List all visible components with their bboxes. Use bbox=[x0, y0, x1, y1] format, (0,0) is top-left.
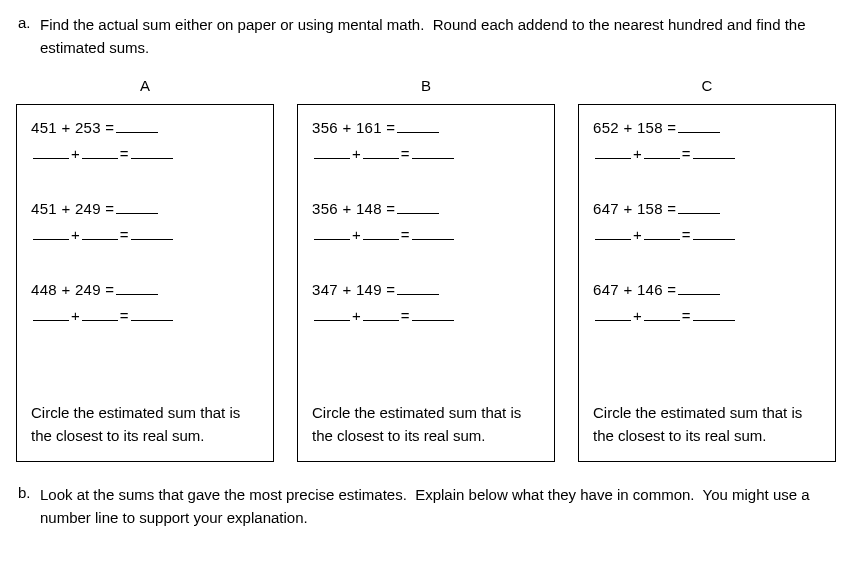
blank-answer[interactable] bbox=[116, 200, 158, 214]
problem-b2-estimate: + = bbox=[312, 226, 540, 243]
blank-est-sum[interactable] bbox=[693, 145, 735, 159]
problem-c3-expr: 647 + 146 = bbox=[593, 281, 676, 298]
problem-c1-estimate: + = bbox=[593, 145, 821, 162]
question-b-text: Look at the sums that gave the most prec… bbox=[40, 484, 836, 529]
equals-sign: = bbox=[120, 307, 129, 324]
problem-c3-actual: 647 + 146 = bbox=[593, 281, 821, 303]
problem-a2: 451 + 249 = + = bbox=[31, 200, 259, 243]
blank-answer[interactable] bbox=[397, 119, 439, 133]
problem-b2-actual: 356 + 148 = bbox=[312, 200, 540, 222]
problem-b1-actual: 356 + 161 = bbox=[312, 119, 540, 141]
blank-addend1[interactable] bbox=[314, 226, 350, 240]
problem-b3-estimate: + = bbox=[312, 307, 540, 324]
column-a-instruction: Circle the estimated sum that is the clo… bbox=[31, 401, 259, 448]
problem-a2-expr: 451 + 249 = bbox=[31, 200, 114, 217]
question-b: b. Look at the sums that gave the most p… bbox=[14, 484, 836, 529]
columns-container: A 451 + 253 = + = 451 + 249 = bbox=[14, 77, 836, 462]
blank-est-sum[interactable] bbox=[693, 226, 735, 240]
problem-b1-expr: 356 + 161 = bbox=[312, 119, 395, 136]
problem-a3-expr: 448 + 249 = bbox=[31, 281, 114, 298]
problem-c2-actual: 647 + 158 = bbox=[593, 200, 821, 222]
blank-addend1[interactable] bbox=[595, 226, 631, 240]
blank-addend1[interactable] bbox=[595, 145, 631, 159]
column-b-box: 356 + 161 = + = 356 + 148 = bbox=[297, 104, 555, 462]
equals-sign: = bbox=[682, 226, 691, 243]
blank-addend1[interactable] bbox=[33, 145, 69, 159]
plus-sign: + bbox=[71, 226, 80, 243]
problem-b3-actual: 347 + 149 = bbox=[312, 281, 540, 303]
blank-est-sum[interactable] bbox=[131, 145, 173, 159]
plus-sign: + bbox=[352, 226, 361, 243]
plus-sign: + bbox=[352, 307, 361, 324]
blank-answer[interactable] bbox=[116, 119, 158, 133]
problem-a3: 448 + 249 = + = bbox=[31, 281, 259, 324]
blank-addend2[interactable] bbox=[82, 145, 118, 159]
blank-est-sum[interactable] bbox=[131, 307, 173, 321]
problem-a3-estimate: + = bbox=[31, 307, 259, 324]
problem-b3-expr: 347 + 149 = bbox=[312, 281, 395, 298]
column-b-instruction: Circle the estimated sum that is the clo… bbox=[312, 401, 540, 448]
plus-sign: + bbox=[633, 145, 642, 162]
plus-sign: + bbox=[633, 307, 642, 324]
plus-sign: + bbox=[71, 145, 80, 162]
question-b-letter: b. bbox=[14, 484, 40, 501]
column-a-label: A bbox=[16, 77, 274, 94]
blank-answer[interactable] bbox=[678, 119, 720, 133]
column-c-box: 652 + 158 = + = 647 + 158 = bbox=[578, 104, 836, 462]
blank-est-sum[interactable] bbox=[693, 307, 735, 321]
blank-addend1[interactable] bbox=[314, 307, 350, 321]
problem-c1-actual: 652 + 158 = bbox=[593, 119, 821, 141]
blank-answer[interactable] bbox=[397, 200, 439, 214]
blank-addend2[interactable] bbox=[363, 226, 399, 240]
column-b-label: B bbox=[297, 77, 555, 94]
blank-addend2[interactable] bbox=[644, 226, 680, 240]
equals-sign: = bbox=[682, 307, 691, 324]
problem-a2-estimate: + = bbox=[31, 226, 259, 243]
problem-b1: 356 + 161 = + = bbox=[312, 119, 540, 162]
equals-sign: = bbox=[682, 145, 691, 162]
blank-answer[interactable] bbox=[116, 281, 158, 295]
problem-c2: 647 + 158 = + = bbox=[593, 200, 821, 243]
blank-est-sum[interactable] bbox=[131, 226, 173, 240]
problem-c2-expr: 647 + 158 = bbox=[593, 200, 676, 217]
problem-a1-expr: 451 + 253 = bbox=[31, 119, 114, 136]
column-c-instruction: Circle the estimated sum that is the clo… bbox=[593, 401, 821, 448]
blank-addend1[interactable] bbox=[314, 145, 350, 159]
equals-sign: = bbox=[401, 145, 410, 162]
blank-answer[interactable] bbox=[678, 200, 720, 214]
problem-c1: 652 + 158 = + = bbox=[593, 119, 821, 162]
plus-sign: + bbox=[633, 226, 642, 243]
problem-c1-expr: 652 + 158 = bbox=[593, 119, 676, 136]
blank-est-sum[interactable] bbox=[412, 307, 454, 321]
problem-a1: 451 + 253 = + = bbox=[31, 119, 259, 162]
blank-est-sum[interactable] bbox=[412, 145, 454, 159]
question-a-letter: a. bbox=[14, 14, 40, 31]
blank-addend2[interactable] bbox=[82, 307, 118, 321]
blank-addend2[interactable] bbox=[363, 307, 399, 321]
plus-sign: + bbox=[71, 307, 80, 324]
blank-addend1[interactable] bbox=[33, 307, 69, 321]
problem-a1-estimate: + = bbox=[31, 145, 259, 162]
blank-addend1[interactable] bbox=[595, 307, 631, 321]
blank-addend2[interactable] bbox=[644, 307, 680, 321]
equals-sign: = bbox=[401, 226, 410, 243]
column-c-label: C bbox=[578, 77, 836, 94]
blank-est-sum[interactable] bbox=[412, 226, 454, 240]
blank-addend2[interactable] bbox=[644, 145, 680, 159]
column-c: C 652 + 158 = + = 647 + 158 = bbox=[578, 77, 836, 462]
problem-c2-estimate: + = bbox=[593, 226, 821, 243]
problem-b2: 356 + 148 = + = bbox=[312, 200, 540, 243]
equals-sign: = bbox=[120, 226, 129, 243]
blank-addend2[interactable] bbox=[363, 145, 399, 159]
equals-sign: = bbox=[401, 307, 410, 324]
problem-c3-estimate: + = bbox=[593, 307, 821, 324]
problem-b3: 347 + 149 = + = bbox=[312, 281, 540, 324]
blank-addend1[interactable] bbox=[33, 226, 69, 240]
question-a: a. Find the actual sum either on paper o… bbox=[14, 14, 836, 59]
plus-sign: + bbox=[352, 145, 361, 162]
blank-answer[interactable] bbox=[397, 281, 439, 295]
problem-a3-actual: 448 + 249 = bbox=[31, 281, 259, 303]
blank-addend2[interactable] bbox=[82, 226, 118, 240]
equals-sign: = bbox=[120, 145, 129, 162]
blank-answer[interactable] bbox=[678, 281, 720, 295]
